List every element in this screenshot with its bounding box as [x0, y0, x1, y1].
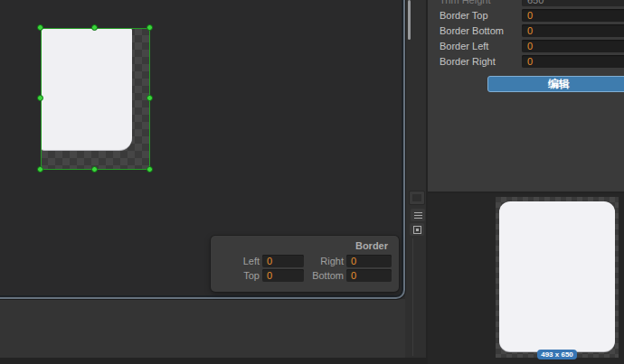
selection-handle-middle-left[interactable] — [37, 95, 43, 101]
trim-height-label: Trim Height — [440, 0, 490, 6]
inspector-row-border-right: Border Right 0 — [428, 55, 624, 68]
selection-handle-top-right[interactable] — [147, 24, 153, 31]
gutter-divider — [412, 238, 413, 356]
selection-handle-bottom-middle[interactable] — [91, 166, 98, 173]
popout-icon — [413, 226, 421, 234]
border-panel-row-2: Top 0 Bottom 0 — [211, 269, 399, 282]
inspector-row-border-bottom: Border Bottom 0 — [428, 24, 624, 37]
border-left-field-label: Border Left — [440, 40, 488, 52]
selection-handle-top-left[interactable] — [37, 24, 43, 31]
panel-popout-button[interactable] — [410, 223, 424, 236]
border-right-input[interactable]: 0 — [346, 255, 392, 267]
sprite-selection-outline — [41, 28, 150, 170]
inspector-panel: Trim Height 650 Border Top 0 Border Bott… — [426, 0, 624, 364]
border-left-label: Left — [211, 255, 260, 267]
selection-handle-top-middle[interactable] — [91, 24, 98, 31]
background-area — [0, 299, 405, 364]
scrollbar-corner-inner — [412, 194, 421, 201]
vertical-scrollbar-thumb[interactable] — [408, 0, 411, 40]
border-top-field-input[interactable]: 0 — [522, 9, 624, 22]
preview-sprite-image — [499, 201, 615, 351]
scrollbar-corner-button[interactable] — [409, 191, 425, 205]
edit-button[interactable]: 编辑 — [487, 76, 624, 92]
border-right-field-label: Border Right — [440, 55, 496, 68]
border-bottom-input[interactable]: 0 — [346, 269, 392, 282]
border-left-field-input[interactable]: 0 — [522, 40, 624, 52]
border-top-field-label: Border Top — [440, 9, 488, 22]
preview-pane: 493 x 650 — [428, 193, 624, 364]
border-panel-title: Border — [355, 240, 388, 251]
selection-handle-bottom-right[interactable] — [147, 166, 153, 173]
border-panel-row-1: Left 0 Right 0 — [211, 255, 399, 267]
preview-checkerboard: 493 x 650 — [496, 197, 619, 358]
selection-handle-bottom-left[interactable] — [37, 166, 43, 173]
panel-menu-button[interactable] — [411, 209, 425, 221]
sprite-size-badge: 493 x 650 — [537, 350, 577, 359]
trim-height-input: 650 — [522, 0, 624, 6]
border-bottom-label: Bottom — [295, 269, 344, 282]
border-top-label: Top — [211, 269, 260, 282]
inspector-row-trim-height: Trim Height 650 — [428, 0, 624, 6]
border-panel: Border Left 0 Right 0 Top 0 Bottom 0 — [211, 236, 399, 292]
border-bottom-field-input[interactable]: 0 — [522, 24, 624, 37]
border-right-field-input[interactable]: 0 — [522, 55, 624, 68]
bottom-edge-strip — [0, 358, 426, 364]
inspector-row-border-top: Border Top 0 — [428, 9, 624, 22]
hamburger-icon — [414, 212, 422, 219]
selection-handle-middle-right[interactable] — [147, 95, 153, 101]
inspector-row-border-left: Border Left 0 — [428, 40, 624, 52]
border-right-label: Right — [295, 255, 344, 267]
border-bottom-field-label: Border Bottom — [440, 24, 504, 37]
panel-gutter — [405, 0, 426, 364]
